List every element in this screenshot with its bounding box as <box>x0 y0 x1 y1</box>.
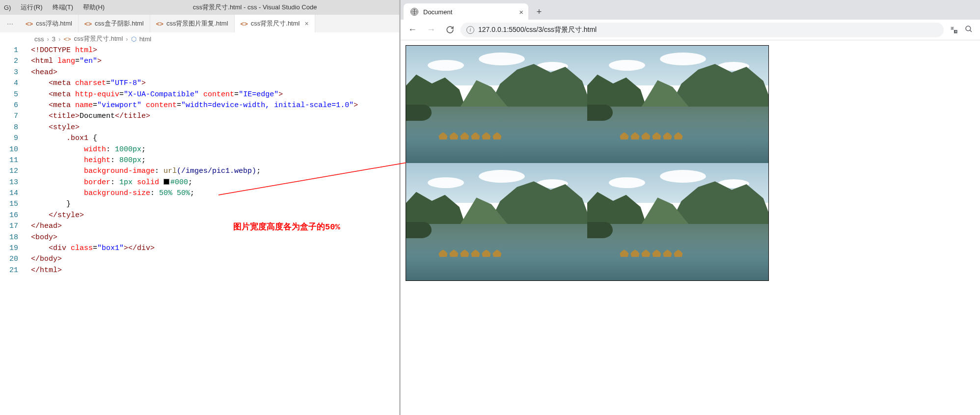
line-number: 5 <box>0 89 18 100</box>
bg-tile <box>587 163 768 280</box>
browser-tabstrip: Document × + <box>401 0 980 20</box>
line-gutter: 1 2 3 4 5 6 7 8 9 10 11 12 13 14 15 16 1… <box>0 45 27 415</box>
svg-point-3 <box>966 26 971 31</box>
html-file-icon: <> <box>241 20 248 28</box>
code-editor[interactable]: 1 2 3 4 5 6 7 8 9 10 11 12 13 14 15 16 1… <box>0 45 399 415</box>
window-title: css背景尺寸.html - css - Visual Studio Code <box>114 3 395 12</box>
close-icon[interactable]: × <box>304 20 308 28</box>
search-icon[interactable] <box>964 25 973 35</box>
cube-icon: ⬡ <box>131 35 136 43</box>
color-swatch-icon[interactable] <box>163 179 169 185</box>
bg-tile <box>587 46 768 163</box>
titlebar: G) 运行(R) 终端(T) 帮助(H) css背景尺寸.html - css … <box>0 0 399 15</box>
line-number: 9 <box>0 133 18 144</box>
bg-tile <box>406 163 587 280</box>
line-number: 18 <box>0 232 18 243</box>
code-area[interactable]: <!DOCTYPE html> <html lang="en"> <head> … <box>27 45 399 415</box>
close-icon[interactable]: × <box>519 8 523 16</box>
html-file-icon: <> <box>26 20 33 28</box>
chevron-right-icon: › <box>126 35 128 43</box>
line-number: 14 <box>0 188 18 199</box>
url-text: 127.0.0.1:5500/css/3/css背景尺寸.html <box>478 26 597 34</box>
menu-help[interactable]: 帮助(H) <box>83 3 105 12</box>
breadcrumb-seg[interactable]: css <box>34 35 44 43</box>
line-number: 15 <box>0 199 18 210</box>
line-number: 21 <box>0 265 18 276</box>
html-file-icon: <> <box>84 20 92 28</box>
address-bar[interactable]: i 127.0.0.1:5500/css/3/css背景尺寸.html <box>461 23 944 37</box>
tab-css-bg-repeat[interactable]: <> css背景图片重复.html <box>150 15 235 32</box>
tab-label: css盒子阴影.html <box>95 19 144 28</box>
html-file-icon: <> <box>63 35 71 43</box>
rendered-box1 <box>406 45 769 281</box>
tab-label: css背景图片重复.html <box>166 19 228 28</box>
tabs-overflow[interactable]: ⋯ <box>0 15 20 32</box>
tab-css-bg-size[interactable]: <> css背景尺寸.html × <box>235 15 315 32</box>
chevron-right-icon: › <box>58 35 60 43</box>
line-number: 1 <box>0 45 18 56</box>
menu-terminal[interactable]: 终端(T) <box>53 3 74 12</box>
globe-icon <box>410 8 418 16</box>
line-number: 12 <box>0 166 18 177</box>
breadcrumb-seg[interactable]: html <box>139 35 152 43</box>
line-number: 17 <box>0 221 18 232</box>
menu-run[interactable]: 运行(R) <box>21 3 42 12</box>
svg-line-4 <box>970 30 972 32</box>
forward-button[interactable]: → <box>423 22 439 38</box>
tab-css-box-shadow[interactable]: <> css盒子阴影.html <box>79 15 150 32</box>
breadcrumb-seg[interactable]: css背景尺寸.html <box>74 34 123 43</box>
browser-window: Document × + ← → i 127.0.0.1:5500/css/3/… <box>401 0 980 415</box>
site-info-icon[interactable]: i <box>466 26 474 34</box>
line-number: 20 <box>0 254 18 265</box>
menu-g[interactable]: G) <box>4 4 11 11</box>
line-number: 10 <box>0 144 18 155</box>
editor-tabs: ⋯ <> css浮动.html <> css盒子阴影.html <> css背景… <box>0 15 399 32</box>
browser-toolbar: ← → i 127.0.0.1:5500/css/3/css背景尺寸.html … <box>401 20 980 40</box>
tab-css-float[interactable]: <> css浮动.html <box>20 15 79 32</box>
line-number: 11 <box>0 155 18 166</box>
browser-tab-title: Document <box>423 8 514 16</box>
chevron-right-icon: › <box>47 35 49 43</box>
browser-tab[interactable]: Document × <box>404 3 528 20</box>
line-number: 7 <box>0 111 18 122</box>
line-number: 6 <box>0 100 18 111</box>
line-number: 3 <box>0 67 18 78</box>
line-number: 8 <box>0 122 18 133</box>
breadcrumb-seg[interactable]: 3 <box>52 35 55 43</box>
line-number: 4 <box>0 78 18 89</box>
bg-tile <box>406 46 587 163</box>
browser-viewport[interactable] <box>401 40 980 415</box>
translate-icon[interactable]: A <box>950 26 958 34</box>
tab-label: css背景尺寸.html <box>251 19 300 28</box>
vscode-window: G) 运行(R) 终端(T) 帮助(H) css背景尺寸.html - css … <box>0 0 401 415</box>
breadcrumb[interactable]: css › 3 › <> css背景尺寸.html › ⬡ html <box>0 32 399 45</box>
reload-button[interactable] <box>442 22 458 38</box>
new-tab-button[interactable]: + <box>532 5 546 19</box>
annotation-text: 图片宽度高度各为盒子的50% <box>233 221 340 232</box>
line-number: 16 <box>0 210 18 221</box>
back-button[interactable]: ← <box>405 22 420 38</box>
html-file-icon: <> <box>156 20 163 28</box>
tab-label: css浮动.html <box>36 19 72 28</box>
svg-text:A: A <box>955 30 957 33</box>
line-number: 13 <box>0 177 18 188</box>
line-number: 19 <box>0 243 18 254</box>
line-number: 2 <box>0 56 18 67</box>
